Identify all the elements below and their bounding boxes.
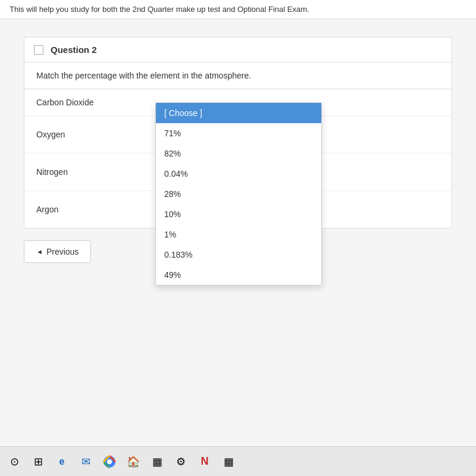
question-header: Question 2: [24, 37, 452, 62]
previous-label: Previous: [46, 247, 79, 256]
dropdown-item-0183[interactable]: 0.183%: [156, 245, 321, 265]
taskbar-search-icon[interactable]: ⊙: [6, 453, 23, 470]
dropdown-item-71[interactable]: 71%: [156, 123, 321, 143]
top-bar-text: This will help you study for both the 2n…: [10, 5, 309, 14]
dropdown-item-1[interactable]: 1%: [156, 224, 321, 245]
dropdown-item-28[interactable]: 28%: [156, 184, 321, 204]
question-card: Question 2 Match the percentage with the…: [24, 37, 452, 228]
taskbar-edge-icon[interactable]: e: [54, 453, 70, 470]
taskbar-settings-icon[interactable]: ⚙: [173, 453, 189, 470]
question-checkbox[interactable]: [34, 45, 43, 55]
dropdown-item-82[interactable]: 82%: [156, 143, 321, 164]
match-row-co2: Carbon Dioxide [ Choose ] 71% 82% 0.04% …: [24, 89, 452, 116]
dropdown-item-choose[interactable]: [ Choose ]: [156, 103, 321, 123]
previous-button[interactable]: Previous: [24, 240, 91, 263]
taskbar-store-icon[interactable]: ▦: [220, 453, 237, 470]
dropdown-open-co2[interactable]: [ Choose ] 71% 82% 0.04% 28% 10% 1% 0.18…: [155, 102, 322, 286]
svg-point-1: [107, 459, 112, 464]
question-title: Question 2: [51, 45, 97, 55]
dropdown-item-10[interactable]: 10%: [156, 204, 321, 224]
top-bar: This will help you study for both the 2n…: [0, 0, 476, 19]
taskbar: ⊙ ⊞ e ✉ 🏠 ▦ ⚙ N ▦: [0, 446, 476, 476]
taskbar-grid-icon[interactable]: ⊞: [30, 453, 46, 470]
taskbar-n-icon[interactable]: N: [196, 453, 213, 470]
match-instruction: Match the percentage with the element in…: [24, 62, 452, 89]
element-label-n2: Nitrogen: [36, 167, 155, 177]
taskbar-mail-icon[interactable]: ✉: [77, 453, 94, 470]
taskbar-folder-icon[interactable]: 🏠: [125, 453, 142, 470]
element-label-o2: Oxygen: [36, 130, 155, 139]
dropdown-item-004[interactable]: 0.04%: [156, 164, 321, 184]
element-label-ar: Argon: [36, 205, 155, 214]
element-label-co2: Carbon Dioxide: [36, 98, 155, 107]
main-content: Question 2 Match the percentage with the…: [0, 19, 476, 275]
dropdown-item-49[interactable]: 49%: [156, 265, 321, 285]
taskbar-chrome-icon[interactable]: [101, 453, 118, 470]
instruction-text: Match the percentage with the element in…: [36, 71, 251, 80]
taskbar-table-icon[interactable]: ▦: [149, 453, 165, 470]
